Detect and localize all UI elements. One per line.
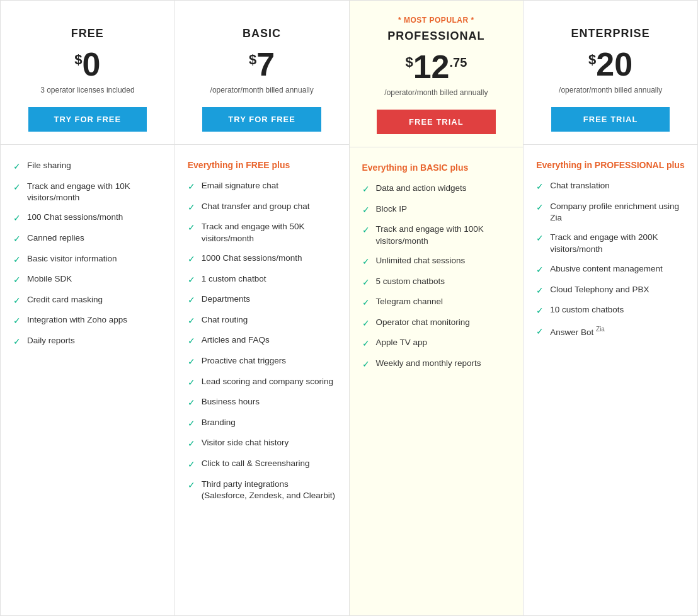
cta-button-professional[interactable]: FREE TRIAL bbox=[377, 110, 496, 134]
feature-item: ✓Credit card masking bbox=[13, 294, 162, 307]
plan-billing-enterprise: /operator/month billed annually bbox=[559, 86, 662, 97]
feature-text: Articles and FAQs bbox=[202, 334, 270, 346]
plan-header-free: FREE$03 operator licenses includedTRY FO… bbox=[1, 1, 174, 145]
plan-header-basic: BASIC$7/operator/month billed annuallyTR… bbox=[175, 1, 349, 145]
check-icon: ✓ bbox=[536, 326, 544, 338]
feature-text: Lead scoring and company scoring bbox=[202, 376, 333, 388]
feature-item: ✓Track and engage with 100K visitors/mon… bbox=[362, 224, 511, 248]
feature-text: Chat translation bbox=[550, 180, 610, 192]
plan-price-free: $0 bbox=[74, 48, 100, 81]
feature-text: Click to call & Screensharing bbox=[202, 458, 310, 470]
feature-text: Third party integrations (Salesforce, Ze… bbox=[202, 479, 336, 503]
check-icon: ✓ bbox=[13, 181, 21, 194]
feature-text: Business hours bbox=[202, 396, 260, 408]
feature-text: Daily reports bbox=[27, 335, 75, 347]
feature-text: Track and engage with 100K visitors/mont… bbox=[376, 224, 511, 248]
feature-item: ✓Cloud Telephony and PBX bbox=[536, 284, 685, 297]
cta-button-basic[interactable]: TRY FOR FREE bbox=[202, 107, 321, 132]
plan-billing-professional: /operator/month billed annually bbox=[384, 88, 488, 100]
check-icon: ✓ bbox=[13, 336, 21, 348]
plan-name-enterprise: ENTERPRISE bbox=[571, 27, 650, 40]
feature-text: Visitor side chat history bbox=[202, 437, 289, 449]
feature-item: ✓Basic visitor information bbox=[13, 253, 162, 266]
feature-item: ✓Lead scoring and company scoring bbox=[188, 376, 336, 389]
check-icon: ✓ bbox=[188, 356, 195, 368]
check-icon: ✓ bbox=[188, 459, 195, 471]
plan-price-enterprise: $20 bbox=[588, 48, 632, 81]
cta-button-free[interactable]: TRY FOR FREE bbox=[28, 107, 147, 132]
feature-text: File sharing bbox=[27, 160, 71, 172]
check-icon: ✓ bbox=[13, 315, 21, 328]
check-icon: ✓ bbox=[536, 305, 544, 317]
feature-item: ✓Block IP bbox=[362, 203, 511, 217]
feature-text: 10 custom chatbots bbox=[550, 304, 624, 316]
feature-item: ✓Answer Bot Zia bbox=[536, 325, 685, 338]
plan-name-free: FREE bbox=[71, 27, 104, 40]
price-dollar-sign: $ bbox=[74, 52, 82, 68]
feature-item: ✓Departments bbox=[188, 294, 336, 307]
check-icon: ✓ bbox=[13, 233, 21, 246]
price-dollar-sign: $ bbox=[249, 52, 256, 68]
feature-item: ✓Chat translation bbox=[536, 180, 685, 193]
feature-text: Data and action widgets bbox=[376, 183, 467, 195]
plan-col-basic: BASIC$7/operator/month billed annuallyTR… bbox=[175, 1, 350, 615]
feature-text: Abusive content management bbox=[550, 263, 663, 275]
check-icon: ✓ bbox=[188, 438, 195, 450]
feature-item: ✓Apple TV app bbox=[362, 337, 511, 350]
feature-item: ✓Chat transfer and group chat bbox=[188, 201, 336, 214]
plan-name-basic: BASIC bbox=[243, 27, 281, 40]
feature-text: Answer Bot Zia bbox=[550, 325, 605, 338]
check-icon: ✓ bbox=[188, 294, 195, 307]
plan-header-professional: * MOST POPULAR *PROFESSIONAL$12.75/opera… bbox=[350, 1, 524, 147]
feature-item: ✓Data and action widgets bbox=[362, 183, 511, 196]
feature-text: Unlimited chat sessions bbox=[376, 255, 466, 267]
check-icon: ✓ bbox=[362, 338, 370, 350]
check-icon: ✓ bbox=[188, 202, 195, 214]
cta-button-enterprise[interactable]: FREE TRIAL bbox=[551, 107, 670, 132]
feature-item: ✓Track and engage with 50K visitors/mont… bbox=[188, 221, 336, 245]
check-icon: ✓ bbox=[362, 317, 370, 330]
feature-item: ✓Click to call & Screensharing bbox=[188, 458, 336, 471]
feature-item: ✓1000 Chat sessions/month bbox=[188, 253, 336, 266]
feature-item: ✓Canned replies bbox=[13, 232, 162, 246]
check-icon: ✓ bbox=[188, 253, 195, 266]
check-icon: ✓ bbox=[536, 202, 544, 214]
price-main-amount: 0 bbox=[83, 48, 101, 81]
price-main-amount: 20 bbox=[596, 48, 632, 81]
feature-text: Cloud Telephony and PBX bbox=[550, 284, 649, 296]
feature-item: ✓10 custom chatbots bbox=[536, 304, 685, 317]
plan-features-professional: Everything in BASIC plus✓Data and action… bbox=[350, 147, 524, 615]
feature-text: Company profile enrichment using Zia bbox=[550, 201, 685, 225]
feature-text: Telegram channel bbox=[376, 296, 443, 308]
feature-item: ✓Weekly and monthly reports bbox=[362, 358, 511, 371]
plan-col-professional: * MOST POPULAR *PROFESSIONAL$12.75/opera… bbox=[350, 1, 524, 615]
feature-item: ✓1 custom chatbot bbox=[188, 273, 336, 287]
check-icon: ✓ bbox=[362, 297, 370, 309]
feature-text: Branding bbox=[202, 417, 236, 429]
check-icon: ✓ bbox=[188, 377, 195, 389]
feature-item: ✓File sharing bbox=[13, 160, 162, 173]
feature-text: Apple TV app bbox=[376, 337, 428, 349]
feature-item: ✓Visitor side chat history bbox=[188, 437, 336, 450]
check-icon: ✓ bbox=[13, 295, 21, 307]
plan-features-free: ✓File sharing✓Track and engage with 10K … bbox=[1, 145, 174, 615]
feature-text: Track and engage with 200K visitors/mont… bbox=[550, 232, 685, 256]
feature-item: ✓Track and engage with 10K visitors/mont… bbox=[13, 181, 162, 205]
feature-item: ✓Company profile enrichment using Zia bbox=[536, 201, 685, 225]
feature-text: Credit card masking bbox=[27, 294, 103, 306]
feature-item: ✓Business hours bbox=[188, 396, 336, 409]
check-icon: ✓ bbox=[188, 222, 195, 234]
plan-col-free: FREE$03 operator licenses includedTRY FO… bbox=[1, 1, 175, 615]
feature-text: Operator chat monitoring bbox=[376, 317, 470, 329]
feature-item: ✓Integration with Zoho apps bbox=[13, 314, 162, 328]
feature-text: Chat transfer and group chat bbox=[202, 201, 310, 213]
feature-item: ✓Chat routing bbox=[188, 314, 336, 328]
plan-header-enterprise: ENTERPRISE$20/operator/month billed annu… bbox=[524, 1, 697, 145]
feature-item: ✓Unlimited chat sessions bbox=[362, 255, 511, 268]
feature-item: ✓Operator chat monitoring bbox=[362, 317, 511, 330]
feature-text: Mobile SDK bbox=[27, 273, 72, 285]
feature-item: ✓Third party integrations (Salesforce, Z… bbox=[188, 479, 336, 503]
most-popular-badge: * MOST POPULAR * bbox=[398, 16, 474, 25]
features-heading-enterprise: Everything in PROFESSIONAL plus bbox=[536, 160, 685, 170]
check-icon: ✓ bbox=[188, 479, 195, 492]
